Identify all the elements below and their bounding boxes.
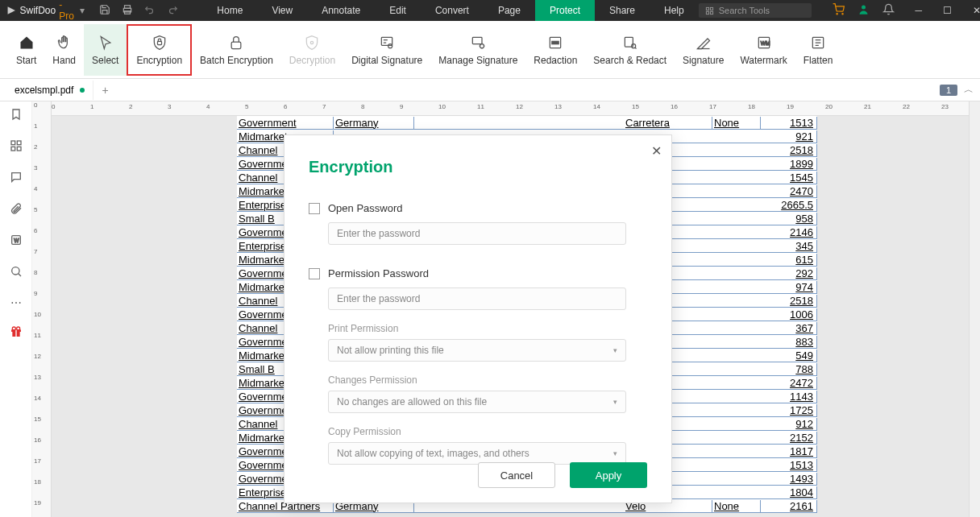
changes-permission-select[interactable]: No changes are allowed on this file▾ bbox=[328, 391, 626, 413]
hand-icon bbox=[56, 34, 73, 52]
start-button[interactable]: Start bbox=[8, 24, 44, 76]
bookmark-icon[interactable] bbox=[10, 108, 23, 123]
svg-text:WM: WM bbox=[760, 40, 770, 46]
search-redact-icon bbox=[621, 34, 639, 52]
svg-point-11 bbox=[311, 41, 314, 43]
search-icon[interactable] bbox=[10, 265, 23, 280]
menu-item-share[interactable]: Share bbox=[595, 0, 650, 21]
close-button[interactable]: ✕ bbox=[962, 0, 980, 21]
open-password-checkbox[interactable] bbox=[309, 203, 320, 214]
permission-password-input[interactable]: Enter the password bbox=[328, 287, 626, 310]
open-password-input[interactable]: Enter the password bbox=[328, 222, 626, 245]
attachment-icon[interactable] bbox=[10, 202, 23, 217]
cancel-button[interactable]: Cancel bbox=[478, 462, 555, 488]
svg-rect-10 bbox=[232, 42, 242, 48]
app-name: SwifDoo-Pro ▾ bbox=[0, 0, 91, 22]
print-permission-label: Print Permission bbox=[328, 323, 647, 334]
changes-permission-label: Changes Permission bbox=[328, 374, 647, 386]
shield-lock-icon bbox=[151, 34, 168, 52]
document-tab[interactable]: excelsmpl.pdf bbox=[6, 81, 93, 100]
permission-password-label: Permission Password bbox=[328, 267, 429, 279]
svg-point-8 bbox=[862, 6, 866, 10]
search-tools-input[interactable]: Search Tools bbox=[699, 3, 812, 18]
ellipsis-icon[interactable]: ⋯ bbox=[10, 296, 22, 309]
copy-permission-select[interactable]: Not allow copying of text, images, and o… bbox=[328, 442, 626, 465]
svg-text:W: W bbox=[14, 238, 19, 243]
chevron-up-icon[interactable]: ︿ bbox=[964, 83, 974, 97]
menu-item-help[interactable]: Help bbox=[650, 0, 699, 21]
comment-icon[interactable] bbox=[10, 171, 23, 186]
flatten-button[interactable]: Flatten bbox=[795, 24, 841, 76]
select-button[interactable]: Select bbox=[84, 24, 127, 76]
document-tabbar: excelsmpl.pdf + 1 ︿ bbox=[0, 79, 980, 101]
open-password-label: Open Password bbox=[328, 202, 403, 214]
watermark-icon: WM bbox=[755, 34, 773, 52]
new-tab-button[interactable]: + bbox=[102, 84, 108, 97]
menu-item-home[interactable]: Home bbox=[202, 0, 257, 21]
menu-item-convert[interactable]: Convert bbox=[421, 0, 484, 21]
redact-icon bbox=[546, 34, 564, 52]
svg-rect-26 bbox=[17, 147, 21, 151]
redo-icon[interactable] bbox=[167, 4, 178, 18]
signature-button[interactable]: Signature bbox=[675, 24, 732, 76]
svg-rect-23 bbox=[11, 141, 15, 145]
word-icon[interactable]: W bbox=[10, 234, 23, 249]
flatten-icon bbox=[809, 34, 827, 52]
thumbnails-icon[interactable] bbox=[10, 139, 23, 155]
redaction-button[interactable]: Redaction bbox=[525, 24, 585, 76]
batch-encryption-button[interactable]: Batch Encryption bbox=[192, 24, 281, 76]
svg-point-34 bbox=[16, 327, 19, 330]
gift-icon[interactable] bbox=[10, 325, 23, 341]
svg-rect-3 bbox=[710, 7, 712, 10]
watermark-button[interactable]: WM Watermark bbox=[732, 24, 795, 76]
cursor-icon bbox=[97, 34, 114, 52]
svg-rect-9 bbox=[157, 41, 161, 44]
cart-icon[interactable] bbox=[833, 3, 845, 18]
dialog-close-button[interactable]: ✕ bbox=[651, 143, 662, 159]
app-dropdown-icon[interactable]: ▾ bbox=[80, 5, 85, 16]
svg-rect-17 bbox=[552, 41, 559, 43]
svg-rect-25 bbox=[11, 147, 15, 151]
svg-point-29 bbox=[11, 267, 19, 275]
digital-signature-button[interactable]: Digital Signature bbox=[343, 24, 430, 76]
modified-dot-icon bbox=[80, 88, 85, 93]
home-icon bbox=[18, 34, 35, 52]
svg-point-6 bbox=[837, 14, 837, 14]
minimize-button[interactable]: ─ bbox=[904, 0, 933, 21]
svg-point-7 bbox=[842, 14, 843, 14]
user-icon[interactable] bbox=[858, 3, 870, 18]
menu-item-page[interactable]: Page bbox=[484, 0, 535, 21]
menu-item-annotate[interactable]: Annotate bbox=[307, 0, 375, 21]
apply-button[interactable]: Apply bbox=[570, 462, 647, 488]
svg-rect-5 bbox=[710, 11, 712, 14]
print-icon[interactable] bbox=[122, 4, 133, 18]
hand-button[interactable]: Hand bbox=[44, 24, 84, 76]
menu-item-protect[interactable]: Protect bbox=[535, 0, 595, 21]
maximize-button[interactable]: ☐ bbox=[933, 0, 962, 21]
bell-icon[interactable] bbox=[882, 3, 895, 18]
decryption-button: Decryption bbox=[281, 24, 343, 76]
encryption-button[interactable]: Encryption bbox=[127, 24, 192, 76]
print-permission-select[interactable]: Not allow printing this file▾ bbox=[328, 339, 626, 362]
svg-rect-24 bbox=[17, 141, 21, 145]
manage-signature-button[interactable]: Manage Signature bbox=[430, 24, 525, 76]
vertical-scrollbar[interactable] bbox=[969, 101, 980, 517]
permission-password-checkbox[interactable] bbox=[309, 268, 320, 279]
save-icon[interactable] bbox=[99, 4, 110, 18]
left-panel: W ⋯ bbox=[0, 101, 32, 517]
menu-item-edit[interactable]: Edit bbox=[375, 0, 421, 21]
svg-point-15 bbox=[480, 43, 484, 48]
undo-icon[interactable] bbox=[144, 4, 156, 18]
cert-icon bbox=[378, 34, 396, 52]
shield-unlock-icon bbox=[303, 34, 321, 52]
table-row: GovernmentGermanyCarreteraNone1513 bbox=[237, 116, 817, 130]
menu-item-view[interactable]: View bbox=[257, 0, 307, 21]
svg-rect-32 bbox=[15, 329, 16, 337]
page-number-badge[interactable]: 1 bbox=[940, 85, 957, 96]
search-redact-button[interactable]: Search & Redact bbox=[585, 24, 675, 76]
lock-icon bbox=[227, 34, 245, 52]
chevron-down-icon: ▾ bbox=[613, 346, 617, 354]
horizontal-ruler: 01234567891011121314151617181920212223 bbox=[52, 101, 969, 116]
gear-cert-icon bbox=[469, 34, 487, 52]
encryption-dialog: ✕ Encryption Open Password Enter the pas… bbox=[284, 134, 672, 503]
